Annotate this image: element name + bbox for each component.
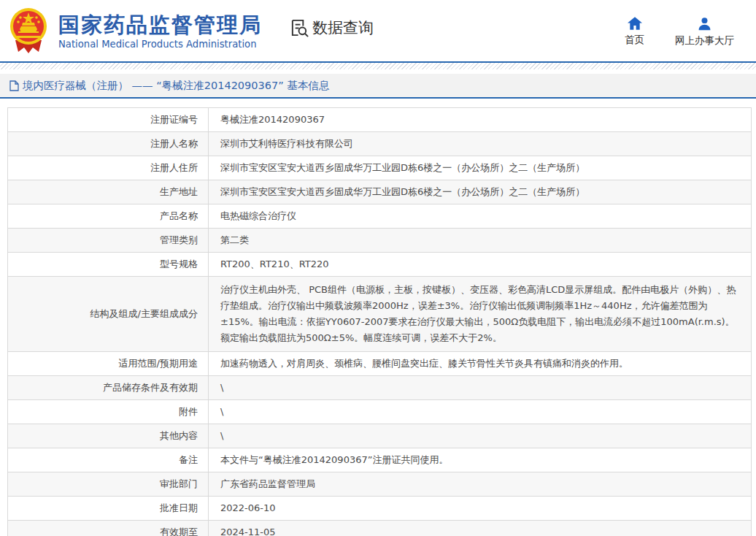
table-row: 产品储存条件及有效期 \ xyxy=(8,376,752,400)
nav-home-label: 首页 xyxy=(625,34,644,47)
row-label-text: 型号规格 xyxy=(160,258,198,271)
data-query-label: 数据查询 xyxy=(312,18,374,38)
row-value: 2024-11-05 xyxy=(209,521,752,536)
row-label: 管理类别 xyxy=(8,229,209,253)
breadcrumb-text: 境内医疗器械（注册） —— “粤械注准20142090367” 基本信息 xyxy=(23,79,329,93)
row-label-text: 适用范围/预期用途 xyxy=(119,357,198,370)
row-label-text: 生产地址 xyxy=(160,185,198,199)
row-value: 第二类 xyxy=(209,229,752,253)
table-row: 型号规格 RT200、RT210、RT220 xyxy=(8,253,752,277)
row-value: \ xyxy=(209,376,752,400)
row-label: 产品储存条件及有效期 xyxy=(8,376,209,400)
row-label-text: 审批部门 xyxy=(160,478,198,491)
row-label-text: 产品储存条件及有效期 xyxy=(103,381,198,394)
row-value: 2022-06-10 xyxy=(209,497,752,521)
row-label-text: 注册证编号 xyxy=(150,113,198,126)
row-label-text: 其他内容 xyxy=(160,429,198,443)
data-query-icon xyxy=(290,18,309,38)
row-label: 生产地址 xyxy=(8,180,209,204)
row-value: 电热磁综合治疗仪 xyxy=(209,204,752,229)
national-emblem-icon xyxy=(8,7,49,55)
row-value-text: 治疗仪主机由外壳、 PCB组件（电源板，主板，按键板）、变压器、彩色高清LCD显… xyxy=(220,284,736,343)
row-value: \ xyxy=(209,400,752,424)
nav-home[interactable]: 首页 xyxy=(625,17,644,47)
row-label: 产品名称 xyxy=(8,204,209,229)
header-nav: 首页 网上办事大厅 xyxy=(625,17,734,47)
row-value-text: 深圳市艾利特医疗科技有限公司 xyxy=(220,138,353,149)
data-query-nav[interactable]: 数据查询 xyxy=(290,18,374,38)
row-value: 本文件与“粤械注准20142090367”注册证共同使用。 xyxy=(209,448,752,472)
row-label-text: 注册人名称 xyxy=(150,137,198,150)
row-value: 广东省药品监督管理局 xyxy=(209,472,752,497)
table-row: 产品名称 电热磁综合治疗仪 xyxy=(8,204,752,229)
row-label: 注册人住所 xyxy=(8,156,209,180)
row-label-text: 附件 xyxy=(179,405,198,418)
breadcrumb: 境内医疗器械（注册） —— “粤械注准20142090367” 基本信息 xyxy=(0,74,756,99)
row-label: 附件 xyxy=(8,400,209,424)
table-row: 注册人名称 深圳市艾利特医疗科技有限公司 xyxy=(8,132,752,156)
table-row: 生产地址 深圳市宝安区宝安大道西乡固成华万工业园D栋6楼之一（办公场所）之二（生… xyxy=(8,180,752,204)
table-row: 注册人住所 深圳市宝安区宝安大道西乡固成华万工业园D栋6楼之一（办公场所）之二（… xyxy=(8,156,752,180)
table-row: 适用范围/预期用途 加速药物透入，对肩周炎、颈椎病、腰椎间盘突出症、膝关节骨性关… xyxy=(8,352,752,376)
nav-service-hall[interactable]: 网上办事大厅 xyxy=(675,17,734,47)
table-row: 结构及组成/主要组成成分 治疗仪主机由外壳、 PCB组件（电源板，主板，按键板）… xyxy=(8,277,752,352)
row-value-text: \ xyxy=(220,430,223,441)
row-label-text: 有效期至 xyxy=(160,526,198,536)
row-value-text: 本文件与“粤械注准20142090367”注册证共同使用。 xyxy=(220,454,448,465)
row-value: RT200、RT210、RT220 xyxy=(209,253,752,277)
row-label: 批准日期 xyxy=(8,497,209,521)
hatch-band xyxy=(0,63,756,69)
row-label: 有效期至 xyxy=(8,521,209,536)
registration-table-body: 注册证编号 粤械注准20142090367 注册人名称 深圳市艾利特医疗科技有限 xyxy=(8,108,752,536)
nmpa-logo[interactable] xyxy=(7,6,50,55)
row-value-text: 2022-06-10 xyxy=(220,502,276,513)
row-label-text: 管理类别 xyxy=(160,234,198,247)
home-icon xyxy=(628,17,642,30)
row-value: 治疗仪主机由外壳、 PCB组件（电源板，主板，按键板）、变压器、彩色高清LCD显… xyxy=(209,277,752,352)
row-value: 深圳市宝安区宝安大道西乡固成华万工业园D栋6楼之一（办公场所）之二（生产场所） xyxy=(209,180,752,204)
row-value: 加速药物透入，对肩周炎、颈椎病、腰椎间盘突出症、膝关节骨性关节炎具有镇痛和消炎的… xyxy=(209,352,752,376)
site-title-block: 国家药品监督管理局 National Medical Products Admi… xyxy=(58,12,262,50)
site-header: 国家药品监督管理局 National Medical Products Admi… xyxy=(0,0,756,61)
table-wrap: 注册证编号 粤械注准20142090367 注册人名称 深圳市艾利特医疗科技有限 xyxy=(0,99,756,536)
table-row: 审批部门 广东省药品监督管理局 xyxy=(8,472,752,497)
page: 国家药品监督管理局 National Medical Products Admi… xyxy=(0,0,756,536)
row-label-text: 注册人住所 xyxy=(150,161,198,175)
row-value: 深圳市宝安区宝安大道西乡固成华万工业园D栋6楼之一（办公场所）之二（生产场所） xyxy=(209,156,752,180)
table-row: 备注 本文件与“粤械注准20142090367”注册证共同使用。 xyxy=(8,448,752,472)
row-value-text: 2024-11-05 xyxy=(220,527,276,536)
row-label: 型号规格 xyxy=(8,253,209,277)
row-label: 其他内容 xyxy=(8,424,209,448)
nav-service-hall-label: 网上办事大厅 xyxy=(675,34,734,47)
row-label: 注册证编号 xyxy=(8,108,209,132)
row-value-text: \ xyxy=(220,406,223,417)
user-icon xyxy=(698,17,711,31)
row-value: \ xyxy=(209,424,752,448)
row-value-text: 深圳市宝安区宝安大道西乡固成华万工业园D栋6楼之一（办公场所）之二（生产场所） xyxy=(220,162,585,173)
row-label: 适用范围/预期用途 xyxy=(8,352,209,376)
table-row: 其他内容 \ xyxy=(8,424,752,448)
table-row: 批准日期 2022-06-10 xyxy=(8,497,752,521)
site-title-cn: 国家药品监督管理局 xyxy=(58,12,262,37)
row-value-text: 广东省药品监督管理局 xyxy=(220,478,315,489)
row-value: 深圳市艾利特医疗科技有限公司 xyxy=(209,132,752,156)
table-row: 管理类别 第二类 xyxy=(8,229,752,253)
row-label: 结构及组成/主要组成成分 xyxy=(8,277,209,352)
registration-table: 注册证编号 粤械注准20142090367 注册人名称 深圳市艾利特医疗科技有限 xyxy=(7,107,752,536)
row-label: 备注 xyxy=(8,448,209,472)
table-row: 有效期至 2024-11-05 xyxy=(8,521,752,536)
table-row: 注册证编号 粤械注准20142090367 xyxy=(8,108,752,132)
row-label-text: 批准日期 xyxy=(160,502,198,515)
row-value: 粤械注准20142090367 xyxy=(209,108,752,132)
document-icon xyxy=(9,80,19,91)
row-label: 审批部门 xyxy=(8,472,209,497)
row-label-text: 产品名称 xyxy=(160,210,198,223)
row-value-text: 加速药物透入，对肩周炎、颈椎病、腰椎间盘突出症、膝关节骨性关节炎具有镇痛和消炎的… xyxy=(220,358,628,369)
row-label-text: 结构及组成/主要组成成分 xyxy=(90,307,198,321)
row-value-text: RT200、RT210、RT220 xyxy=(220,259,329,269)
table-row: 附件 \ xyxy=(8,400,752,424)
row-label-text: 备注 xyxy=(179,453,198,467)
site-title-en: National Medical Products Administration xyxy=(58,39,262,50)
row-label: 注册人名称 xyxy=(8,132,209,156)
row-value-text: 第二类 xyxy=(220,234,249,245)
